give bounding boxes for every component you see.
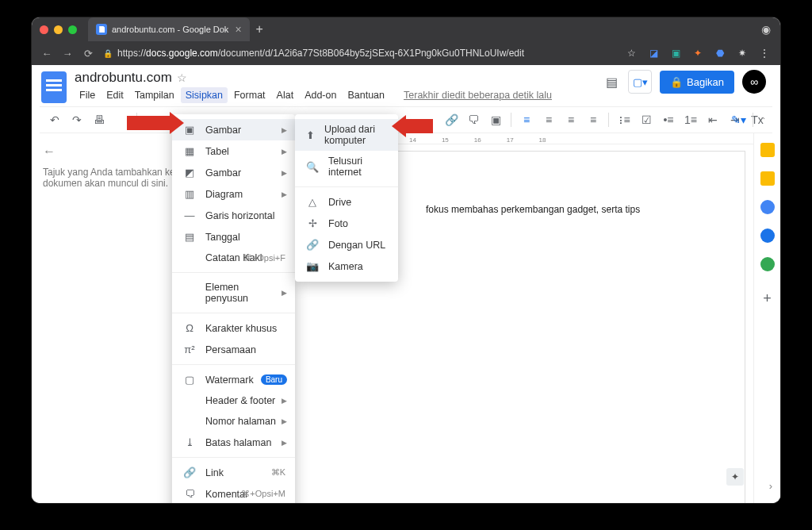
editing-mode-icon[interactable]: ✎▾ — [731, 113, 746, 126]
close-window[interactable] — [40, 25, 48, 34]
explore-button[interactable]: ✦ — [726, 468, 744, 486]
photos-icon: ✢ — [306, 217, 319, 229]
align-justify-icon[interactable]: ≡ — [584, 111, 602, 129]
docs-logo-icon[interactable] — [41, 71, 67, 103]
menu-edit[interactable]: Edit — [102, 87, 128, 103]
collapse-toolbar-icon[interactable]: ⌃ — [760, 116, 766, 125]
reload-button[interactable]: ⟳ — [82, 48, 94, 60]
back-button[interactable]: ← — [41, 48, 52, 60]
link-icon[interactable]: 🔗 — [442, 111, 460, 129]
upload-from-computer[interactable]: ⬆Upload dari komputer — [295, 119, 398, 151]
puzzle-icon[interactable]: ✷ — [736, 47, 749, 60]
menu-tools[interactable]: Alat — [272, 87, 299, 103]
comment-icon[interactable]: 🗨 — [465, 111, 482, 129]
body-text: fokus membahas perkembangan gadget, sert… — [426, 202, 676, 217]
align-right-icon[interactable]: ≡ — [562, 111, 580, 129]
keep-app-icon[interactable] — [760, 143, 775, 157]
insert-equation[interactable]: π²Persamaan — [172, 339, 295, 360]
insert-header-footer[interactable]: Header & footer▶ — [172, 390, 295, 411]
doc-title[interactable]: androbuntu.com — [75, 70, 172, 86]
tab-title: androbuntu.com - Google Dok — [112, 25, 228, 34]
bulleted-list-icon[interactable]: •≡ — [660, 111, 677, 129]
minimize-window[interactable] — [54, 25, 63, 34]
menu-addon[interactable]: Add-on — [300, 87, 341, 103]
insert-watermark[interactable]: ▢WatermarkBaru — [172, 369, 295, 390]
outline-back-icon[interactable]: ← — [43, 144, 56, 159]
menu-icon[interactable]: ⋮ — [758, 47, 771, 60]
align-center-icon[interactable]: ≡ — [540, 111, 557, 129]
keep-app-icon[interactable] — [760, 171, 775, 186]
drawing-icon: ◩ — [183, 167, 196, 179]
link-icon: 🔗 — [306, 239, 319, 251]
numbered-list-icon[interactable]: 1≡ — [682, 111, 699, 129]
insert-date[interactable]: ▤Tanggal — [172, 226, 295, 248]
star-icon[interactable]: ☆ — [625, 47, 638, 60]
share-button[interactable]: 🔒 Bagikan — [660, 71, 734, 94]
insert-link[interactable]: 🔗Link⌘K — [172, 462, 295, 483]
extension-icon[interactable]: ⬣ — [714, 47, 726, 60]
last-edit[interactable]: Terakhir diedit beberapa detik lalu — [399, 87, 557, 103]
menu-file[interactable]: File — [75, 87, 100, 103]
side-panel: + — [753, 133, 780, 503]
print-icon[interactable]: 🖶 — [90, 111, 108, 129]
account-avatar[interactable]: ∞ — [742, 70, 766, 94]
address-field[interactable]: 🔒 https://docs.google.com/document/d/1A2… — [103, 48, 615, 59]
present-button[interactable]: ▢▾ — [628, 70, 652, 94]
insert-special[interactable]: ΩKarakter khusus — [172, 317, 295, 339]
insert-page-break[interactable]: ⤓Batas halaman▶ — [172, 432, 295, 453]
checklist-icon[interactable]: ☑ — [638, 111, 655, 129]
menu-format[interactable]: Format — [229, 87, 270, 103]
new-tab-button[interactable]: + — [256, 22, 263, 36]
drive-icon: △ — [306, 196, 319, 208]
from-camera[interactable]: 📷Kamera — [295, 255, 398, 277]
align-left-icon[interactable]: ≡ — [518, 111, 535, 129]
close-tab-icon[interactable]: × — [235, 23, 241, 36]
insert-drawing[interactable]: ◩Gambar▶ — [172, 162, 295, 183]
chart-icon: ▥ — [183, 188, 196, 200]
insert-comment[interactable]: 🗨Komentar⌘+Opsi+M — [172, 483, 295, 503]
workspace: ← Tajuk yang Anda tambahkan ke dokumen a… — [32, 133, 780, 503]
watermark-icon: ▢ — [183, 374, 196, 386]
insert-building-blocks[interactable]: Elemen penyusun▶ — [172, 277, 295, 309]
extension-icon[interactable]: ▣ — [669, 47, 682, 60]
menu-insert[interactable]: Sisipkan — [181, 87, 228, 103]
undo-icon[interactable]: ↶ — [46, 111, 63, 129]
table-icon: ▦ — [183, 145, 196, 157]
pi-icon: π² — [183, 344, 196, 355]
search-web[interactable]: 🔍Telusuri internet — [295, 151, 398, 182]
menu-view[interactable]: Tampilan — [130, 87, 179, 103]
comments-history-icon[interactable]: ▤ — [603, 73, 620, 90]
outdent-icon[interactable]: ⇤ — [704, 111, 722, 129]
browser-tab[interactable]: androbuntu.com - Google Dok × — [88, 17, 250, 41]
incognito-icon[interactable]: ◉ — [761, 23, 771, 36]
forward-button[interactable]: → — [62, 48, 73, 60]
insert-table[interactable]: ▦Tabel▶ — [172, 140, 295, 162]
comment-icon: 🗨 — [183, 488, 196, 500]
menu-help[interactable]: Bantuan — [343, 87, 389, 103]
maps-app-icon[interactable] — [760, 257, 775, 271]
star-doc-icon[interactable]: ☆ — [177, 71, 187, 84]
maximize-window[interactable] — [68, 25, 77, 34]
insert-footnote[interactable]: Catatan Kaki⌘+Opsi+F — [172, 248, 295, 268]
insert-menu: ▣Gambar▶ ▦Tabel▶ ◩Gambar▶ ▥Diagram▶ ―Gar… — [172, 114, 295, 503]
outline-panel: ← Tajuk yang Anda tambahkan ke dokumen a… — [32, 133, 186, 503]
from-drive[interactable]: △Drive — [295, 191, 398, 213]
contacts-app-icon[interactable] — [760, 229, 775, 243]
extension-icon[interactable]: ◪ — [647, 47, 660, 60]
image-icon[interactable]: ▣ — [487, 111, 504, 129]
calendar-icon: ▤ — [183, 231, 196, 243]
line-spacing-icon[interactable]: ⫶≡ — [615, 111, 633, 129]
collapse-side-icon[interactable]: › — [769, 480, 772, 492]
by-url[interactable]: 🔗Dengan URL — [295, 234, 398, 255]
image-submenu: ⬆Upload dari komputer 🔍Telusuri internet… — [295, 114, 398, 282]
search-icon: 🔍 — [306, 161, 319, 173]
insert-chart[interactable]: ▥Diagram▶ — [172, 183, 295, 205]
redo-icon[interactable]: ↷ — [68, 111, 86, 129]
insert-image[interactable]: ▣Gambar▶ — [172, 119, 295, 140]
tasks-app-icon[interactable] — [760, 200, 775, 214]
insert-page-numbers[interactable]: Nomor halaman▶ — [172, 411, 295, 432]
insert-hr[interactable]: ―Garis horizontal — [172, 205, 295, 226]
from-photos[interactable]: ✢Foto — [295, 213, 398, 234]
extension-icon[interactable]: ✦ — [691, 47, 704, 60]
add-app-icon[interactable]: + — [763, 290, 772, 307]
